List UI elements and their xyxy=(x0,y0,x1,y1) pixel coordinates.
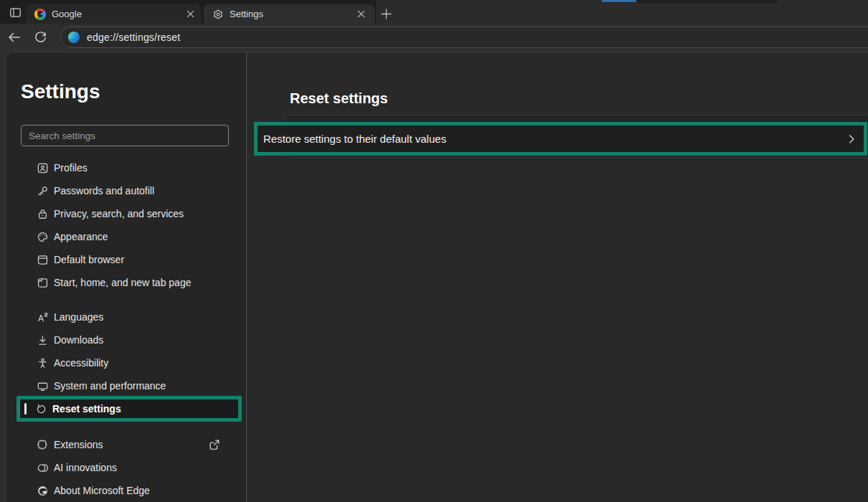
sidebar-item-reset-settings[interactable]: Reset settings xyxy=(16,396,242,422)
main-panel: Reset settings Restore settings to their… xyxy=(247,52,868,502)
sidebar-item-label: Languages xyxy=(54,311,103,323)
restore-settings-row[interactable]: Restore settings to their default values xyxy=(254,122,867,156)
sidebar-item-label: Default browser xyxy=(54,254,124,265)
sidebar-item-label: Extensions xyxy=(54,439,103,450)
ai-icon xyxy=(36,461,49,474)
puzzle-icon xyxy=(36,438,49,451)
new-tab-button[interactable] xyxy=(377,5,395,22)
sidebar-item-label: Start, home, and new tab page xyxy=(54,277,191,288)
sidebar-item-label: Profiles xyxy=(54,162,88,174)
url-bar[interactable]: edge://settings/reset xyxy=(60,27,868,48)
tab-title: Google xyxy=(52,9,184,19)
palette-icon xyxy=(36,230,49,243)
sidebar-item-languages[interactable]: Languages xyxy=(6,306,247,328)
monitor-icon xyxy=(36,379,49,392)
sidebar-item-profiles[interactable]: Profiles xyxy=(6,156,247,179)
sidebar-nav: ProfilesPasswords and autofillPrivacy, s… xyxy=(6,156,247,502)
close-tab-icon[interactable] xyxy=(354,8,367,21)
sidebar-item-ai-innovations[interactable]: AI innovations xyxy=(6,456,247,479)
window-tab-icon xyxy=(36,276,49,289)
reset-icon xyxy=(34,402,47,415)
sidebar-item-system-and-performance[interactable]: System and performance xyxy=(6,374,247,397)
section-heading: Reset settings xyxy=(290,90,388,107)
sidebar-item-label: Passwords and autofill xyxy=(54,185,154,196)
edge-logo-icon xyxy=(36,484,49,497)
translate-icon xyxy=(36,311,49,323)
gear-icon xyxy=(212,9,224,20)
sidebar-item-label: About Microsoft Edge xyxy=(54,485,150,496)
sidebar: Settings ProfilesPasswords and autofillP… xyxy=(6,52,247,502)
selection-indicator xyxy=(24,403,27,415)
external-link-icon xyxy=(208,438,221,451)
refresh-button[interactable] xyxy=(32,29,49,46)
lock-icon xyxy=(36,207,49,220)
tab-actions-menu-icon[interactable] xyxy=(7,4,23,20)
sidebar-item-default-browser[interactable]: Default browser xyxy=(6,248,247,271)
sidebar-item-appearance[interactable]: Appearance xyxy=(6,225,247,248)
sidebar-item-label: Appearance xyxy=(54,231,108,242)
toolbar: edge://settings/reset xyxy=(0,24,868,50)
search-input[interactable] xyxy=(21,125,229,146)
sidebar-item-label: Reset settings xyxy=(52,403,121,415)
sidebar-item-start-home-and-new-tab-page[interactable]: Start, home, and new tab page xyxy=(6,271,247,294)
chevron-right-icon xyxy=(845,133,858,146)
google-icon xyxy=(34,9,46,20)
tab-title: Settings xyxy=(230,9,354,19)
tab-google[interactable]: Google xyxy=(26,4,201,24)
content-area: Settings ProfilesPasswords and autofillP… xyxy=(0,50,868,502)
sidebar-item-downloads[interactable]: Downloads xyxy=(6,328,247,351)
back-button[interactable] xyxy=(6,29,23,46)
sidebar-item-label: System and performance xyxy=(54,380,166,392)
sidebar-item-label: Privacy, search, and services xyxy=(54,208,184,219)
url-text: edge://settings/reset xyxy=(87,32,180,43)
download-icon xyxy=(36,333,49,346)
profile-icon xyxy=(36,161,49,174)
sidebar-item-extensions[interactable]: Extensions xyxy=(6,433,247,456)
sidebar-item-label: Downloads xyxy=(54,334,103,346)
accessibility-icon xyxy=(36,356,49,369)
window-artifact-blue-line xyxy=(602,0,636,2)
close-tab-icon[interactable] xyxy=(184,8,197,21)
sidebar-item-label: AI innovations xyxy=(54,462,117,473)
page-title: Settings xyxy=(21,80,100,103)
sidebar-item-label: Accessibility xyxy=(54,357,108,369)
settings-page: Settings ProfilesPasswords and autofillP… xyxy=(6,52,868,502)
restore-row-label: Restore settings to their default values xyxy=(263,133,845,145)
key-icon xyxy=(36,184,49,197)
tab-settings[interactable]: Settings xyxy=(204,4,374,24)
sidebar-item-passwords-and-autofill[interactable]: Passwords and autofill xyxy=(6,179,247,202)
browser-window-icon xyxy=(36,253,49,266)
sidebar-item-about-microsoft-edge[interactable]: About Microsoft Edge xyxy=(6,479,247,502)
edge-logo-icon xyxy=(68,32,80,43)
sidebar-item-accessibility[interactable]: Accessibility xyxy=(6,351,247,374)
tab-strip: Google Settings xyxy=(0,0,868,24)
sidebar-item-privacy-search-and-services[interactable]: Privacy, search, and services xyxy=(6,202,247,225)
